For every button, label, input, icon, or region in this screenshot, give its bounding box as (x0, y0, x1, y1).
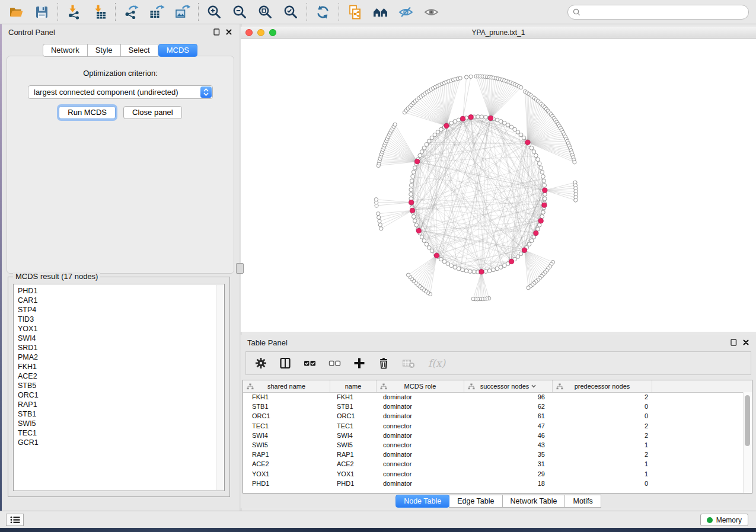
mcds-result-node[interactable]: ORC1 (18, 390, 224, 400)
table-cell[interactable]: 1 (553, 470, 652, 477)
memory-button[interactable]: Memory (700, 514, 748, 526)
mcds-result-node[interactable]: STP4 (18, 305, 224, 315)
table-cell[interactable]: 0 (553, 412, 652, 419)
table-cell[interactable]: PHD1 (330, 480, 377, 487)
zoom-out-icon[interactable] (232, 4, 248, 20)
table-cell[interactable]: SWI5 (243, 441, 330, 448)
zoom-fit-icon[interactable] (257, 4, 273, 20)
select-all-icon[interactable] (304, 357, 316, 369)
gear-icon[interactable] (255, 357, 267, 369)
table-cell[interactable]: 2 (553, 432, 652, 439)
float-panel-icon[interactable] (730, 339, 737, 346)
table-cell[interactable]: SWI4 (243, 432, 330, 439)
table-cell[interactable]: 2 (553, 451, 652, 458)
table-cell[interactable]: SWI4 (330, 432, 377, 439)
table-cell[interactable]: connector (377, 470, 464, 477)
table-cell[interactable]: 35 (464, 451, 553, 458)
network-canvas[interactable] (241, 39, 756, 332)
deselect-all-icon[interactable] (328, 357, 341, 369)
mcds-result-node[interactable]: GCR1 (18, 438, 224, 447)
table-cell[interactable]: 2 (553, 393, 652, 400)
mcds-result-node[interactable]: YOX1 (18, 324, 224, 334)
table-cell[interactable]: 96 (464, 393, 553, 400)
table-cell[interactable]: ACE2 (243, 460, 330, 467)
table-row[interactable]: SWI5SWI5connector431 (243, 440, 744, 450)
table-row[interactable]: YOX1YOX1connector291 (243, 469, 744, 479)
table-cell[interactable]: 0 (553, 480, 652, 487)
minimize-window-icon[interactable] (257, 29, 264, 36)
table-scrollbar[interactable] (743, 392, 752, 493)
delete-column-icon[interactable] (378, 357, 390, 369)
add-column-icon[interactable] (353, 357, 365, 369)
share-document-icon[interactable] (347, 4, 363, 20)
run-mcds-button[interactable]: Run MCDS (59, 106, 116, 119)
table-cell[interactable]: FKH1 (243, 393, 330, 400)
column-header-successor-nodes[interactable]: successor nodes (464, 380, 553, 392)
table-cell[interactable]: ORC1 (243, 412, 330, 419)
column-header-mcds-role[interactable]: MCDS role (377, 380, 464, 392)
table-scrollbar-thumb[interactable] (745, 395, 750, 446)
mcds-result-node[interactable]: PMA2 (18, 352, 224, 362)
export-network-icon[interactable] (123, 4, 139, 20)
table-cell[interactable]: RAP1 (330, 451, 377, 458)
import-table-icon[interactable] (91, 4, 107, 20)
table-cell[interactable]: 29 (464, 470, 553, 477)
table-cell[interactable]: 2 (553, 422, 652, 430)
hide-eye-icon[interactable] (398, 4, 414, 20)
tab-select[interactable]: Select (120, 44, 158, 57)
table-row[interactable]: TEC1TEC1connector472 (243, 421, 744, 431)
mcds-result-node[interactable]: TID3 (18, 315, 224, 324)
tab-edge-table[interactable]: Edge Table (449, 495, 502, 508)
mcds-result-node[interactable]: PHD1 (18, 286, 224, 296)
panel-divider-handle[interactable] (236, 263, 244, 274)
mcds-result-node[interactable]: FKH1 (18, 362, 224, 371)
network-graph[interactable] (241, 39, 756, 332)
save-icon[interactable] (34, 4, 50, 20)
import-network-icon[interactable] (66, 4, 82, 20)
column-header-predecessor-nodes[interactable]: predecessor nodes (553, 380, 652, 392)
close-panel-icon[interactable] (225, 28, 232, 36)
tab-network-table[interactable]: Network Table (502, 495, 566, 508)
table-cell[interactable]: dominator (377, 480, 464, 487)
table-cell[interactable]: dominator (377, 412, 464, 419)
table-cell[interactable]: 43 (464, 441, 553, 448)
export-image-icon[interactable] (174, 4, 190, 20)
refresh-icon[interactable] (315, 4, 331, 20)
table-row[interactable]: FKH1FKH1dominator962 (243, 392, 744, 402)
table-cell[interactable]: YOX1 (243, 470, 330, 477)
table-row[interactable]: ORC1ORC1dominator610 (243, 411, 744, 421)
task-history-button[interactable] (6, 514, 24, 526)
mcds-result-node[interactable]: CAR1 (18, 296, 224, 305)
table-cell[interactable]: 31 (464, 460, 553, 467)
table-cell[interactable]: dominator (377, 393, 464, 400)
table-cell[interactable]: connector (377, 460, 464, 467)
table-row[interactable]: SWI4SWI4dominator462 (243, 431, 744, 440)
close-panel-button[interactable]: Close panel (123, 106, 182, 119)
search-box[interactable] (567, 5, 749, 20)
delete-table-icon[interactable] (402, 357, 415, 369)
table-row[interactable]: RAP1RAP1dominator352 (243, 450, 744, 459)
column-header-name[interactable]: name (330, 380, 377, 392)
table-cell[interactable]: 62 (464, 403, 553, 410)
tab-motifs[interactable]: Motifs (564, 495, 601, 508)
maximize-window-icon[interactable] (269, 29, 276, 36)
tab-node-table[interactable]: Node Table (395, 495, 449, 508)
mcds-result-node[interactable]: SWI5 (18, 419, 224, 428)
table-cell[interactable]: 47 (464, 422, 553, 430)
table-cell[interactable]: 18 (464, 480, 553, 487)
table-cell[interactable]: SWI5 (330, 441, 377, 448)
columns-icon[interactable] (279, 357, 291, 369)
zoom-in-icon[interactable] (206, 4, 222, 20)
eye-icon[interactable] (423, 4, 439, 20)
table-cell[interactable]: dominator (377, 432, 464, 439)
tab-mcds[interactable]: MCDS (158, 44, 197, 57)
mcds-result-node[interactable]: ACE2 (18, 371, 224, 381)
optimization-criterion-select[interactable]: largest connected component (undirected) (28, 85, 213, 99)
mcds-result-node[interactable]: SWI4 (18, 334, 224, 343)
export-table-icon[interactable] (149, 4, 165, 20)
mcds-result-list[interactable]: PHD1CAR1STP4TID3YOX1SWI4SRD1PMA2FKH1ACE2… (13, 284, 225, 491)
zoom-selected-icon[interactable] (283, 4, 299, 20)
close-window-icon[interactable] (245, 29, 253, 36)
mcds-result-node[interactable]: SRD1 (18, 343, 224, 352)
mcds-result-node[interactable]: STB1 (18, 409, 224, 419)
